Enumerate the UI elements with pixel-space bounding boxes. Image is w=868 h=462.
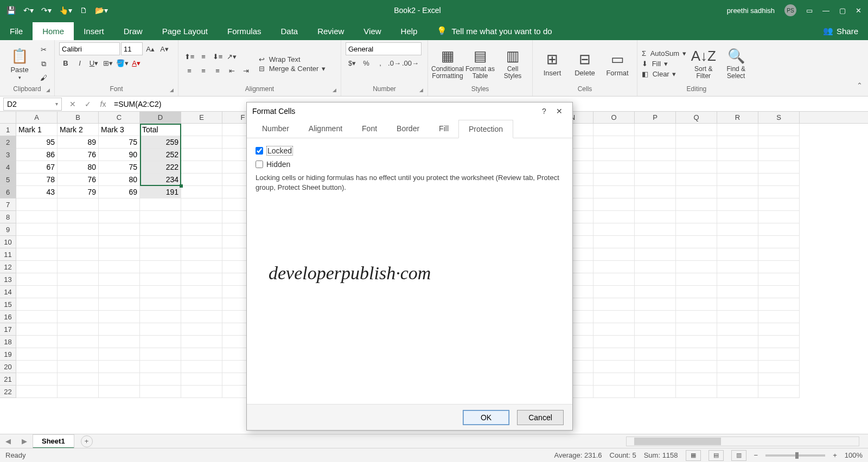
cell[interactable] — [593, 298, 635, 311]
cell[interactable] — [717, 386, 758, 398]
accounting-format-icon[interactable]: $▾ — [346, 56, 359, 69]
cell[interactable] — [758, 136, 800, 149]
cell[interactable] — [99, 361, 140, 373]
cell[interactable] — [635, 161, 676, 174]
cell[interactable] — [635, 286, 676, 298]
page-break-view-icon[interactable]: ▥ — [731, 450, 746, 461]
row-header[interactable]: 22 — [0, 386, 16, 398]
cell[interactable] — [635, 236, 676, 248]
dialog-close-icon[interactable]: ✕ — [552, 107, 567, 116]
zoom-in-icon[interactable]: + — [833, 451, 837, 459]
fx-icon[interactable]: fx — [95, 100, 111, 108]
number-format-combo[interactable] — [346, 42, 422, 55]
cell[interactable] — [16, 286, 58, 298]
row-header[interactable]: 17 — [0, 323, 16, 336]
cell[interactable] — [717, 273, 758, 286]
locked-checkbox[interactable] — [256, 147, 263, 155]
orientation-icon[interactable]: ↗▾ — [225, 50, 238, 63]
launcher-icon[interactable]: ◢ — [46, 87, 50, 93]
column-header[interactable]: B — [58, 112, 99, 123]
row-header[interactable]: 19 — [0, 348, 16, 361]
redo-icon[interactable]: ↷▾ — [41, 6, 52, 15]
cell[interactable] — [99, 336, 140, 348]
cell[interactable]: 95 — [16, 136, 58, 149]
tab-file[interactable]: File — [0, 22, 33, 40]
align-bottom-icon[interactable]: ⬇≡ — [211, 50, 224, 63]
tab-draw[interactable]: Draw — [114, 22, 152, 40]
cell[interactable] — [58, 236, 99, 248]
sheet-tab-active[interactable]: Sheet1 — [33, 434, 74, 448]
cell[interactable] — [140, 211, 181, 223]
cell[interactable] — [181, 323, 222, 336]
column-header[interactable]: C — [99, 112, 140, 123]
cell[interactable] — [593, 261, 635, 273]
tab-review[interactable]: Review — [308, 22, 354, 40]
user-avatar[interactable]: PS — [784, 4, 796, 16]
font-size-combo[interactable] — [121, 42, 143, 55]
cell[interactable] — [181, 186, 222, 198]
cell[interactable] — [758, 223, 800, 236]
cell[interactable] — [593, 174, 635, 186]
cell[interactable] — [16, 361, 58, 373]
border-button[interactable]: ⊞▾ — [101, 56, 114, 69]
cell[interactable] — [717, 198, 758, 211]
cell[interactable] — [58, 361, 99, 373]
delete-cells-button[interactable]: ⊟Delete — [570, 43, 600, 85]
cell[interactable] — [16, 298, 58, 311]
align-left-icon[interactable]: ≡ — [183, 65, 196, 78]
column-header[interactable]: A — [16, 112, 58, 123]
cell[interactable] — [717, 186, 758, 198]
cell[interactable]: 80 — [99, 174, 140, 186]
undo-icon[interactable]: ↶▾ — [23, 6, 34, 15]
row-header[interactable]: 8 — [0, 211, 16, 223]
cell[interactable] — [181, 236, 222, 248]
bold-button[interactable]: B — [59, 56, 72, 69]
launcher-icon[interactable]: ◢ — [170, 87, 174, 93]
cell[interactable] — [635, 136, 676, 149]
cell[interactable] — [635, 361, 676, 373]
row-header[interactable]: 13 — [0, 273, 16, 286]
cell[interactable]: 67 — [16, 161, 58, 174]
cell[interactable] — [593, 149, 635, 161]
cell[interactable] — [99, 348, 140, 361]
cell[interactable]: 191 — [140, 186, 181, 198]
cell[interactable] — [717, 149, 758, 161]
row-header[interactable]: 10 — [0, 236, 16, 248]
cell[interactable] — [758, 361, 800, 373]
cell[interactable]: 78 — [16, 174, 58, 186]
font-color-button[interactable]: A▾ — [130, 56, 143, 69]
cell[interactable] — [140, 248, 181, 261]
cell[interactable] — [635, 336, 676, 348]
cell[interactable] — [676, 286, 717, 298]
cell[interactable]: Mark 1 — [16, 124, 58, 136]
cell[interactable] — [717, 373, 758, 386]
dialog-tab-number[interactable]: Number — [252, 120, 299, 138]
cell[interactable] — [593, 186, 635, 198]
cell[interactable]: 76 — [58, 149, 99, 161]
cell[interactable] — [635, 298, 676, 311]
tab-data[interactable]: Data — [271, 22, 308, 40]
zoom-level[interactable]: 100% — [845, 451, 863, 459]
dialog-tab-fill[interactable]: Fill — [429, 120, 458, 138]
cell[interactable] — [635, 348, 676, 361]
user-name[interactable]: preethi sadhish — [727, 7, 775, 15]
cell[interactable] — [717, 161, 758, 174]
underline-button[interactable]: U▾ — [87, 56, 100, 69]
cell[interactable] — [16, 261, 58, 273]
cell[interactable] — [635, 386, 676, 398]
cell[interactable] — [758, 298, 800, 311]
cell[interactable] — [140, 348, 181, 361]
cell[interactable] — [593, 286, 635, 298]
tab-formulas[interactable]: Formulas — [218, 22, 271, 40]
fill-button[interactable]: ⬇ Fill ▾ — [642, 60, 686, 68]
cell[interactable]: 75 — [99, 161, 140, 174]
cancel-button[interactable]: Cancel — [517, 410, 564, 425]
cell[interactable] — [140, 261, 181, 273]
cell[interactable] — [99, 198, 140, 211]
minimize-icon[interactable]: — — [822, 7, 829, 15]
align-middle-icon[interactable]: ≡ — [197, 50, 210, 63]
cell[interactable] — [676, 361, 717, 373]
cell[interactable] — [58, 336, 99, 348]
cell[interactable] — [181, 361, 222, 373]
cell[interactable] — [181, 124, 222, 136]
